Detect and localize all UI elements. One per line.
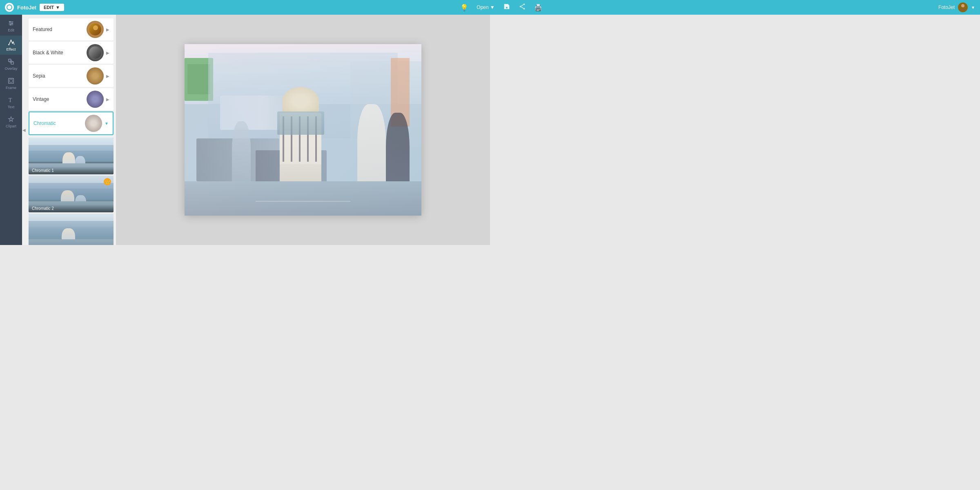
- bw-thumb: [87, 44, 104, 61]
- effect-panel: Featured ▶ Black & White ▶ Sepia ▶ V: [26, 15, 116, 245]
- sidebar-item-frame[interactable]: Frame: [0, 74, 22, 93]
- sidebar-item-text[interactable]: T Text: [0, 93, 22, 112]
- chromatic-arrow: ▼: [105, 121, 109, 126]
- main-photo: [185, 44, 421, 216]
- panel-collapse-button[interactable]: ◀: [22, 15, 26, 245]
- vintage-label: Vintage: [33, 96, 87, 102]
- svg-point-11: [10, 24, 11, 26]
- sidebar-frame-label: Frame: [6, 86, 16, 90]
- chromatic2-label: Chromatic 2: [29, 205, 114, 212]
- featured-thumb: [87, 21, 104, 38]
- sidebar-item-edit[interactable]: Edit: [0, 16, 22, 36]
- sepia-thumb: [87, 67, 104, 85]
- chromatic-label: Chromatic: [33, 120, 85, 126]
- category-featured[interactable]: Featured ▶: [29, 18, 114, 40]
- vintage-thumb: [87, 91, 104, 108]
- lightbulb-icon[interactable]: 💡: [460, 4, 468, 11]
- sidebar-clipart-label: Clipart: [6, 124, 16, 128]
- svg-rect-19: [9, 79, 12, 82]
- sidebar-effect-label: Effect: [7, 47, 16, 51]
- open-button[interactable]: Open ▼: [477, 4, 490, 10]
- featured-label: Featured: [33, 27, 87, 32]
- photo-container: [185, 44, 421, 216]
- app-header: FotoJet EDIT ▼ 💡 Open ▼ 🖨️ FotoJet ▼: [0, 0, 490, 15]
- svg-point-12: [8, 44, 9, 45]
- logo-icon: [5, 3, 14, 12]
- sidebar-item-effect[interactable]: Effect: [0, 36, 22, 55]
- edit-mode-button[interactable]: EDIT ▼: [40, 4, 64, 11]
- category-vintage[interactable]: Vintage ▶: [29, 88, 114, 110]
- svg-point-14: [12, 42, 13, 44]
- category-black-white[interactable]: Black & White ▶: [29, 42, 114, 64]
- sepia-label: Sepia: [33, 73, 87, 79]
- category-chromatic[interactable]: Chromatic ▼: [29, 111, 114, 135]
- effect-chromatic1[interactable]: Chromatic 1: [29, 138, 114, 174]
- effect-chromatic3[interactable]: [29, 214, 114, 245]
- header-left: FotoJet EDIT ▼: [5, 3, 64, 12]
- effect-chromatic2[interactable]: 👑 Chromatic 2: [29, 176, 114, 212]
- app-name: FotoJet: [17, 4, 36, 11]
- chromatic-thumb: [85, 115, 102, 132]
- sidebar-text-label: Text: [8, 105, 15, 109]
- header-center: 💡 Open ▼ 🖨️: [460, 3, 490, 12]
- sidebar-icons: Edit Effect Overlay Frame: [0, 15, 22, 245]
- canvas-area: [116, 15, 490, 245]
- vintage-arrow: ▶: [106, 97, 109, 102]
- category-sepia[interactable]: Sepia ▶: [29, 65, 114, 87]
- sidebar-edit-label: Edit: [8, 28, 14, 32]
- svg-point-13: [11, 40, 12, 41]
- sidebar-item-clipart[interactable]: Clipart: [0, 112, 22, 131]
- sepia-arrow: ▶: [106, 74, 109, 78]
- bw-label: Black & White: [33, 50, 87, 56]
- main-layout: Edit Effect Overlay Frame: [0, 0, 490, 245]
- chromatic-subitems: Chromatic 1 👑 Chromatic 2: [26, 136, 116, 245]
- bw-arrow: ▶: [106, 51, 109, 55]
- premium-badge-chromatic2: 👑: [104, 178, 111, 185]
- svg-rect-18: [9, 78, 14, 84]
- sidebar-overlay-label: Overlay: [4, 67, 17, 71]
- svg-point-10: [11, 22, 13, 24]
- featured-arrow: ▶: [106, 27, 109, 32]
- sidebar-item-overlay[interactable]: Overlay: [0, 55, 22, 74]
- svg-text:T: T: [9, 97, 12, 103]
- chromatic1-label: Chromatic 1: [29, 167, 114, 174]
- svg-point-9: [9, 21, 11, 23]
